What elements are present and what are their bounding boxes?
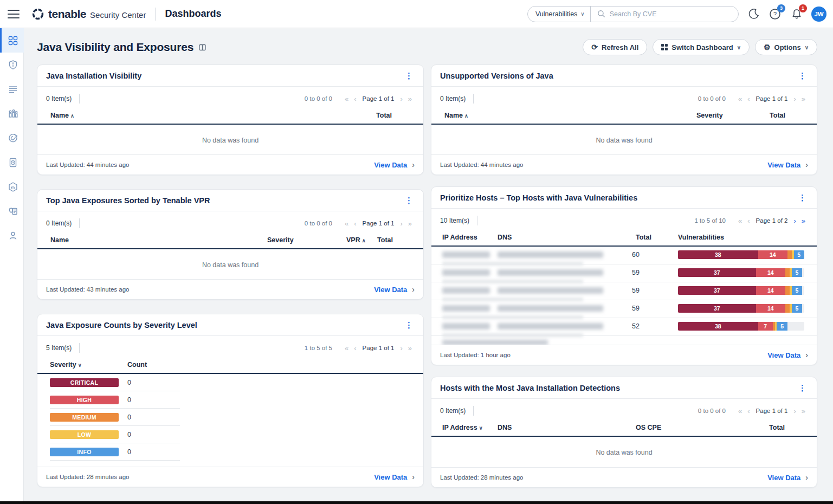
host-row[interactable]: 5937145 xyxy=(431,300,817,318)
help-button[interactable]: ? 3 xyxy=(768,7,782,21)
options-button[interactable]: ⚙ Options ∨ xyxy=(755,39,817,55)
column-header-total[interactable]: Total xyxy=(636,234,651,241)
brand: tenable Security Center xyxy=(31,8,146,21)
first-page-button[interactable]: « xyxy=(342,344,351,352)
sidebar-item-dashboards[interactable] xyxy=(0,28,24,53)
divider xyxy=(79,218,80,228)
next-page-button[interactable]: › xyxy=(397,219,405,228)
severity-badge: MEDIUM xyxy=(50,413,119,422)
user-avatar[interactable]: JW xyxy=(811,7,826,22)
book-icon[interactable] xyxy=(198,43,206,51)
column-header-name[interactable]: Name∧ xyxy=(444,112,468,119)
column-header-count[interactable]: Count xyxy=(127,361,147,369)
host-row[interactable]: 5937145 xyxy=(431,282,817,300)
column-header-ip[interactable]: IP Address∨ xyxy=(442,424,483,431)
chevron-right-icon: › xyxy=(805,160,808,169)
first-page-button[interactable]: « xyxy=(735,217,745,225)
refresh-all-button[interactable]: ⟳ Refresh All xyxy=(583,39,647,55)
column-header-dns[interactable]: DNS xyxy=(498,234,512,241)
bar-segment-info: 5 xyxy=(777,322,787,331)
last-page-button[interactable]: » xyxy=(799,95,808,103)
panel-prioritize-hosts: Prioritize Hosts – Top Hosts with Java V… xyxy=(431,186,817,365)
prev-page-button[interactable]: ‹ xyxy=(745,407,752,415)
prev-page-button[interactable]: ‹ xyxy=(745,217,752,225)
column-header-vpr[interactable]: VPR∧ xyxy=(346,236,366,244)
column-header-severity[interactable]: Severity∨ xyxy=(50,361,82,369)
column-header-total[interactable]: Total xyxy=(376,112,392,119)
panel-unsupported-java: Unsupported Versions of Java ⋮ 0 Item(s)… xyxy=(431,64,817,175)
sort-desc-icon: ∨ xyxy=(479,425,483,431)
view-data-link[interactable]: View Data › xyxy=(767,160,808,169)
kebab-menu-icon[interactable]: ⋮ xyxy=(797,383,808,393)
first-page-button[interactable]: « xyxy=(342,219,351,228)
host-row[interactable]: 6038145 xyxy=(431,247,817,264)
sort-asc-icon: ∧ xyxy=(70,113,74,119)
column-header-name[interactable]: Name xyxy=(50,236,69,244)
column-header-total[interactable]: Total xyxy=(377,236,393,244)
top-bar: tenable Security Center Dashboards Vulne… xyxy=(0,0,833,28)
shield-document-icon xyxy=(8,206,18,217)
view-data-link[interactable]: View Data › xyxy=(374,160,415,169)
column-header-total[interactable]: Total xyxy=(770,112,785,119)
first-page-button[interactable]: « xyxy=(735,407,745,415)
notifications-button[interactable]: 1 xyxy=(790,7,804,21)
sidebar-item-users[interactable] xyxy=(0,223,24,248)
sort-asc-icon: ∧ xyxy=(464,113,468,119)
panel-title: Unsupported Versions of Java xyxy=(440,72,553,80)
view-data-link[interactable]: View Data › xyxy=(374,285,415,294)
last-page-button[interactable]: » xyxy=(405,95,415,103)
column-header-total[interactable]: Total xyxy=(769,424,785,431)
column-header-severity[interactable]: Severity xyxy=(267,236,294,244)
host-row[interactable]: 523875 xyxy=(431,318,817,336)
hamburger-menu-icon[interactable] xyxy=(8,10,20,18)
kebab-menu-icon[interactable]: ⋮ xyxy=(403,71,415,81)
column-header-ip[interactable]: IP Address xyxy=(442,234,477,241)
sidebar-item-findings[interactable] xyxy=(0,53,24,77)
next-page-button[interactable]: › xyxy=(791,217,798,225)
kebab-menu-icon[interactable]: ⋮ xyxy=(403,320,415,330)
sidebar-item-analytics[interactable] xyxy=(0,175,24,199)
next-page-button[interactable]: › xyxy=(397,344,405,352)
severity-row: INFO0 xyxy=(50,443,180,461)
column-header-vulnerabilities[interactable]: Vulnerabilities xyxy=(678,234,724,241)
sidebar-item-policies[interactable] xyxy=(0,199,24,223)
bar-segment-medium xyxy=(787,250,792,259)
next-page-button[interactable]: › xyxy=(397,95,405,103)
next-page-button[interactable]: › xyxy=(791,407,798,415)
panel-title: Top Java Exposures Sorted by Tenable VPR xyxy=(46,196,210,205)
next-page-button[interactable]: › xyxy=(791,95,798,103)
sidebar-item-scans[interactable] xyxy=(0,126,24,150)
last-updated-text: Last Updated: 1 hour ago xyxy=(440,352,511,358)
sidebar-item-lists[interactable] xyxy=(0,77,24,101)
prev-page-button[interactable]: ‹ xyxy=(351,219,359,228)
column-header-name[interactable]: Name∧ xyxy=(50,112,74,119)
column-header-oscpe[interactable]: OS CPE xyxy=(636,424,661,431)
prev-page-button[interactable]: ‹ xyxy=(351,344,359,352)
first-page-button[interactable]: « xyxy=(342,95,351,103)
severity-count: 0 xyxy=(127,431,131,438)
view-data-link[interactable]: View Data › xyxy=(374,473,415,481)
bar-segment-high: 14 xyxy=(756,304,785,313)
search-input[interactable] xyxy=(610,10,732,18)
kebab-menu-icon[interactable]: ⋮ xyxy=(403,196,415,205)
column-header-severity[interactable]: Severity xyxy=(696,112,723,119)
view-data-link[interactable]: View Data › xyxy=(767,351,808,359)
prev-page-button[interactable]: ‹ xyxy=(745,95,752,103)
last-page-button[interactable]: » xyxy=(799,217,808,225)
view-data-link[interactable]: View Data › xyxy=(767,473,808,482)
dark-mode-toggle[interactable] xyxy=(746,7,760,21)
sidebar-item-assets[interactable] xyxy=(0,101,24,126)
last-page-button[interactable]: » xyxy=(405,219,415,228)
search-scope-dropdown[interactable]: Vulnerabilities ∨ xyxy=(528,10,590,18)
redacted-ip-address xyxy=(442,323,490,329)
column-header-dns[interactable]: DNS xyxy=(498,424,512,431)
sidebar-item-reports[interactable] xyxy=(0,150,24,175)
host-row[interactable]: 5937145 xyxy=(431,264,817,282)
kebab-menu-icon[interactable]: ⋮ xyxy=(797,71,808,81)
last-page-button[interactable]: » xyxy=(799,407,808,415)
last-page-button[interactable]: » xyxy=(405,344,415,352)
switch-dashboard-button[interactable]: Switch Dashboard ∨ xyxy=(653,39,750,55)
prev-page-button[interactable]: ‹ xyxy=(351,95,359,103)
kebab-menu-icon[interactable]: ⋮ xyxy=(797,193,808,203)
first-page-button[interactable]: « xyxy=(735,95,745,103)
